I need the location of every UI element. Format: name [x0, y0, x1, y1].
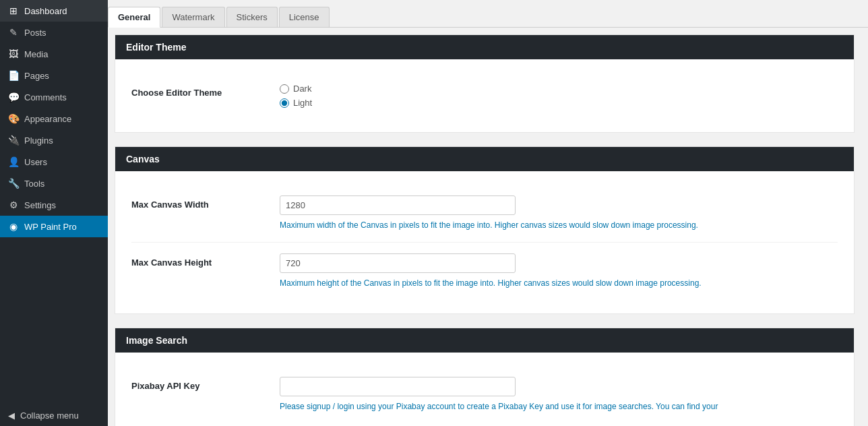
sidebar-item-label: Tools	[24, 179, 44, 189]
tab-content: Editor Theme Choose Editor Theme Dark L	[108, 28, 868, 426]
sidebar-item-label: Settings	[24, 200, 56, 210]
choose-editor-theme-label: Choose Editor Theme	[131, 84, 280, 98]
appearance-icon: 🎨	[8, 113, 19, 124]
collapse-menu-button[interactable]: ◀ Collapse menu	[0, 405, 108, 426]
pixabay-api-key-input[interactable]	[280, 377, 516, 396]
sidebar-item-pages[interactable]: 📄 Pages	[0, 65, 108, 86]
pixabay-api-key-row: Pixabay API Key Please signup / login us…	[131, 366, 838, 423]
image-search-section: Image Search Pixabay API Key Please sign…	[115, 328, 855, 426]
sidebar-item-label: Appearance	[24, 114, 71, 124]
collapse-icon: ◀	[8, 410, 15, 421]
sidebar: ⊞ Dashboard ✎ Posts 🖼 Media 📄 Pages 💬 Co…	[0, 0, 108, 426]
theme-dark-option[interactable]: Dark	[280, 84, 838, 94]
main-content: General Watermark Stickers License Edito…	[108, 0, 868, 426]
max-canvas-height-label: Max Canvas Height	[131, 253, 280, 268]
canvas-body: Max Canvas Width Maximum width of the Ca…	[115, 171, 854, 313]
max-canvas-height-control: Maximum height of the Canvas in pixels t…	[280, 253, 838, 289]
tab-license[interactable]: License	[279, 7, 330, 27]
theme-dark-label: Dark	[293, 84, 311, 94]
sidebar-item-label: Dashboard	[24, 6, 67, 16]
sidebar-item-posts[interactable]: ✎ Posts	[0, 22, 108, 43]
sidebar-item-label: Comments	[24, 92, 67, 102]
sidebar-item-comments[interactable]: 💬 Comments	[0, 86, 108, 108]
max-canvas-height-input[interactable]	[280, 253, 516, 273]
tab-stickers[interactable]: Stickers	[226, 7, 278, 27]
sidebar-item-plugins[interactable]: 🔌 Plugins	[0, 129, 108, 151]
sidebar-item-label: Users	[24, 157, 47, 167]
sidebar-item-dashboard[interactable]: ⊞ Dashboard	[0, 0, 108, 22]
sidebar-item-appearance[interactable]: 🎨 Appearance	[0, 108, 108, 129]
pixabay-api-key-label: Pixabay API Key	[131, 377, 280, 391]
choose-editor-theme-control: Dark Light	[280, 84, 838, 108]
posts-icon: ✎	[8, 27, 19, 38]
image-search-header: Image Search	[115, 328, 854, 353]
sidebar-item-label: Pages	[24, 71, 49, 81]
sidebar-item-wp-paint-pro[interactable]: ◉ WP Paint Pro	[0, 216, 108, 237]
theme-light-option[interactable]: Light	[280, 98, 838, 108]
sidebar-item-settings[interactable]: ⚙ Settings	[0, 194, 108, 216]
theme-light-label: Light	[293, 98, 312, 108]
editor-theme-body: Choose Editor Theme Dark Light	[115, 59, 854, 132]
wp-paint-pro-icon: ◉	[8, 221, 19, 232]
max-canvas-width-input[interactable]	[280, 195, 516, 215]
sidebar-item-label: Media	[24, 49, 48, 59]
max-canvas-width-label: Max Canvas Width	[131, 195, 280, 210]
tab-bar: General Watermark Stickers License	[108, 0, 868, 28]
canvas-section: Canvas Max Canvas Width Maximum width of…	[115, 146, 855, 314]
users-icon: 👤	[8, 156, 19, 167]
pages-icon: 📄	[8, 70, 19, 81]
collapse-label: Collapse menu	[20, 410, 79, 421]
sidebar-item-users[interactable]: 👤 Users	[0, 151, 108, 173]
tab-general[interactable]: General	[108, 7, 160, 28]
sidebar-item-label: Plugins	[24, 135, 53, 146]
settings-icon: ⚙	[8, 200, 19, 210]
canvas-header: Canvas	[115, 147, 854, 171]
editor-theme-header: Editor Theme	[115, 35, 854, 59]
max-canvas-height-row: Max Canvas Height Maximum height of the …	[131, 243, 838, 300]
editor-theme-section: Editor Theme Choose Editor Theme Dark L	[115, 34, 855, 133]
theme-dark-radio[interactable]	[280, 84, 289, 94]
dashboard-icon: ⊞	[8, 5, 19, 16]
pixabay-api-key-help: Please signup / login using your Pixabay…	[280, 400, 838, 413]
comments-icon: 💬	[8, 92, 19, 102]
image-search-body: Pixabay API Key Please signup / login us…	[115, 353, 854, 426]
max-canvas-width-control: Maximum width of the Canvas in pixels to…	[280, 195, 838, 231]
media-icon: 🖼	[8, 49, 19, 59]
choose-editor-theme-row: Choose Editor Theme Dark Light	[131, 73, 838, 119]
theme-radio-group: Dark Light	[280, 84, 838, 108]
tab-watermark[interactable]: Watermark	[162, 7, 224, 27]
plugins-icon: 🔌	[8, 135, 19, 146]
theme-light-radio[interactable]	[280, 98, 289, 108]
sidebar-item-tools[interactable]: 🔧 Tools	[0, 173, 108, 194]
pixabay-api-key-control: Please signup / login using your Pixabay…	[280, 377, 838, 413]
sidebar-item-label: WP Paint Pro	[24, 222, 77, 232]
tools-icon: 🔧	[8, 178, 19, 189]
max-canvas-width-row: Max Canvas Width Maximum width of the Ca…	[131, 185, 838, 243]
max-canvas-height-help: Maximum height of the Canvas in pixels t…	[280, 277, 838, 289]
sidebar-item-label: Posts	[24, 28, 46, 38]
sidebar-item-media[interactable]: 🖼 Media	[0, 43, 108, 65]
max-canvas-width-help: Maximum width of the Canvas in pixels to…	[280, 219, 838, 231]
